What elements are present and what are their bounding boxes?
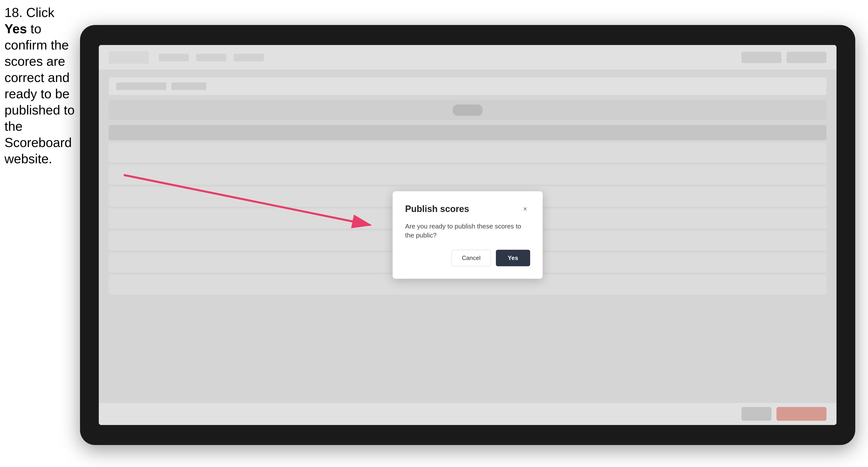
tablet-screen: Publish scores × Are you ready to publis… <box>99 45 836 425</box>
instruction-number: 18. <box>4 5 23 20</box>
yes-button[interactable]: Yes <box>496 250 530 266</box>
instruction-text: 18. Click Yes to confirm the scores are … <box>4 4 77 167</box>
modal-footer: Cancel Yes <box>405 250 530 266</box>
instruction-bold: Yes <box>4 22 27 36</box>
publish-scores-modal: Publish scores × Are you ready to publis… <box>393 191 542 279</box>
tablet-device: Publish scores × Are you ready to publis… <box>80 25 855 445</box>
modal-title: Publish scores <box>405 204 469 214</box>
modal-close-button[interactable]: × <box>520 204 530 214</box>
instruction-rest: to confirm the scores are correct and re… <box>4 22 74 166</box>
modal-overlay: Publish scores × Are you ready to publis… <box>99 45 836 425</box>
modal-body-text: Are you ready to publish these scores to… <box>405 222 530 240</box>
instruction-click: Click <box>26 5 55 20</box>
modal-header: Publish scores × <box>405 204 530 214</box>
cancel-button[interactable]: Cancel <box>452 250 491 266</box>
